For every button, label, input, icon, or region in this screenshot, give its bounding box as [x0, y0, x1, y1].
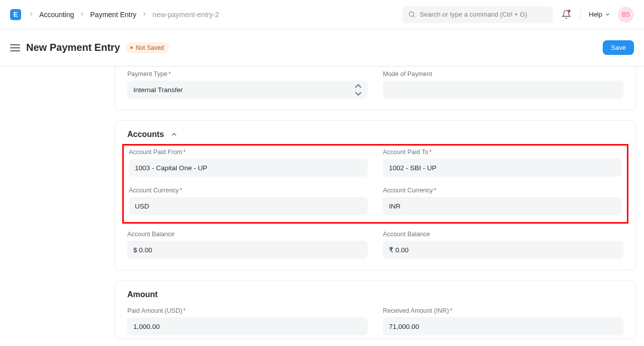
form-canvas: Payment Type* Internal Transfer Mode of …: [0, 66, 644, 346]
divider: [580, 9, 581, 20]
label-currency-from: Account Currency*: [129, 187, 368, 194]
account-paid-to-value: 1002 - SBI - UP: [389, 164, 437, 172]
breadcrumb-link-payment-entry[interactable]: Payment Entry: [90, 11, 136, 19]
menu-toggle[interactable]: [10, 44, 20, 51]
breadcrumb: Accounting Payment Entry new-payment-ent…: [28, 11, 219, 19]
chevron-right-icon: [141, 11, 147, 19]
account-paid-from-value: 1003 - Capital One - UP: [135, 164, 207, 172]
balance-to-value: ₹ 0.00: [389, 246, 409, 254]
card-accounts: Accounts Account Paid From* 1003 - Capit…: [115, 120, 636, 270]
notifications-button[interactable]: [560, 9, 572, 21]
currency-to-value: INR: [389, 202, 400, 210]
label-balance-from: Account Balance: [127, 231, 368, 238]
field-currency-to: Account Currency* INR: [383, 187, 622, 215]
field-account-paid-to: Account Paid To* 1002 - SBI - UP: [383, 149, 622, 177]
label-payment-type: Payment Type*: [127, 71, 368, 78]
help-label: Help: [589, 11, 602, 18]
label-paid-amount: Paid Amount (USD)*: [127, 307, 368, 314]
section-title-amount[interactable]: Amount: [127, 290, 623, 299]
chevron-up-icon: [170, 130, 178, 139]
account-paid-to-input[interactable]: 1002 - SBI - UP: [383, 159, 622, 177]
card-payment: Payment Type* Internal Transfer Mode of …: [115, 66, 636, 110]
breadcrumb-current: new-payment-entry-2: [152, 11, 219, 19]
balance-from-value: $ 0.00: [133, 246, 152, 254]
field-mode-of-payment: Mode of Payment: [383, 71, 623, 99]
page-title: New Payment Entry: [26, 42, 120, 53]
chevron-right-icon: [28, 11, 34, 19]
search-icon: [408, 11, 416, 18]
avatar[interactable]: BS: [618, 7, 634, 23]
label-mode-of-payment: Mode of Payment: [383, 71, 623, 78]
chevron-down-icon: [604, 11, 611, 18]
field-balance-to: Account Balance ₹ 0.00: [383, 231, 623, 259]
app-logo[interactable]: E: [10, 9, 21, 20]
label-balance-to: Account Balance: [383, 231, 623, 238]
field-paid-amount: Paid Amount (USD)* 1,000.00: [127, 307, 368, 335]
field-payment-type: Payment Type* Internal Transfer: [127, 71, 368, 99]
balance-from-display: $ 0.00: [127, 241, 368, 259]
breadcrumb-link-accounting[interactable]: Accounting: [39, 11, 74, 19]
field-balance-from: Account Balance $ 0.00: [127, 231, 368, 259]
status-text: Not Saved: [136, 44, 164, 51]
account-paid-from-input[interactable]: 1003 - Capital One - UP: [129, 159, 368, 177]
card-amount: Amount Paid Amount (USD)* 1,000.00 Recei…: [115, 281, 636, 339]
label-account-paid-to: Account Paid To*: [383, 149, 622, 156]
section-title-accounts[interactable]: Accounts: [127, 130, 623, 139]
label-received-amount: Received Amount (INR)*: [383, 307, 623, 314]
search-placeholder: Search or type a command (Ctrl + G): [420, 11, 527, 18]
received-amount-input[interactable]: 71,000.00: [383, 317, 623, 335]
notification-dot: [568, 10, 571, 13]
svg-line-1: [414, 16, 415, 17]
field-currency-from: Account Currency* USD: [129, 187, 368, 215]
highlight-accounts: Account Paid From* 1003 - Capital One - …: [122, 144, 628, 224]
status-badge: Not Saved: [126, 42, 169, 53]
search-input[interactable]: Search or type a command (Ctrl + G): [402, 6, 553, 23]
field-account-paid-from: Account Paid From* 1003 - Capital One - …: [129, 149, 368, 177]
paid-amount-input[interactable]: 1,000.00: [127, 317, 368, 335]
svg-point-0: [410, 12, 414, 17]
field-received-amount: Received Amount (INR)* 71,000.00: [383, 307, 623, 335]
payment-type-value: Internal Transfer: [133, 86, 183, 94]
help-menu[interactable]: Help: [589, 11, 611, 18]
mode-of-payment-input[interactable]: [383, 81, 623, 99]
status-dot-icon: [130, 46, 133, 49]
paid-amount-value: 1,000.00: [133, 323, 160, 330]
save-button[interactable]: Save: [603, 40, 634, 55]
currency-to-input[interactable]: INR: [383, 197, 622, 215]
currency-from-input[interactable]: USD: [129, 197, 368, 215]
balance-to-display: ₹ 0.00: [383, 241, 623, 259]
select-stepper-icon: [355, 83, 362, 97]
currency-from-value: USD: [135, 202, 149, 210]
label-currency-to: Account Currency*: [383, 187, 622, 194]
page-header: New Payment Entry Not Saved Save: [0, 29, 644, 66]
received-amount-value: 71,000.00: [389, 323, 419, 330]
chevron-right-icon: [79, 11, 85, 19]
navbar: E Accounting Payment Entry new-payment-e…: [0, 0, 644, 29]
payment-type-select[interactable]: Internal Transfer: [127, 81, 368, 99]
label-account-paid-from: Account Paid From*: [129, 149, 368, 156]
